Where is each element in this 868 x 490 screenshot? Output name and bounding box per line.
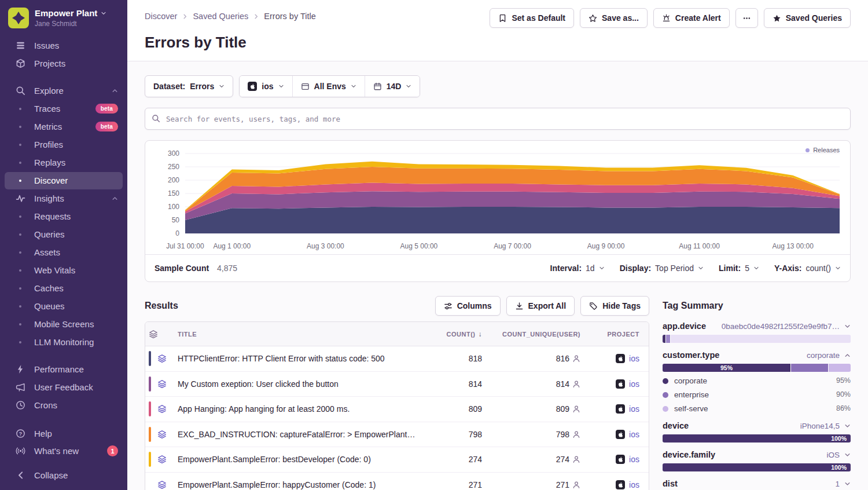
create-alert-button[interactable]: Create Alert (653, 8, 730, 28)
sidebar-collapse-button[interactable]: Collapse (5, 467, 123, 484)
tag-section-customer-type: customer.type corporate 95% corporate 95… (663, 350, 851, 414)
table-row[interactable]: My Custom exeption: User clicked the but… (145, 372, 649, 397)
svg-text:Jul 31 00:00: Jul 31 00:00 (166, 242, 204, 250)
results-column: Results Columns Export All Hide Tags TIT… (145, 296, 649, 490)
table-row[interactable]: HTTPClientError: HTTP Client Error with … (145, 346, 649, 372)
breadcrumb-discover[interactable]: Discover (145, 12, 177, 21)
sidebar-item-user-feedback[interactable]: User Feedback (5, 379, 123, 396)
sidebar-section-explore[interactable]: Explore (5, 82, 123, 100)
dataset-select[interactable]: Dataset: Errors (145, 75, 233, 97)
sidebar-item-traces[interactable]: Tracesbeta (5, 100, 123, 118)
table-row[interactable]: EmpowerPlant.SampleError: bestDeveloper … (145, 447, 649, 473)
bullet-dot (19, 108, 21, 110)
hide-tags-button[interactable]: Hide Tags (580, 296, 649, 316)
export-all-button[interactable]: Export All (506, 296, 575, 316)
error-title[interactable]: EXC_BAD_INSTRUCTION: captureFatalError: … (178, 430, 423, 439)
series-color-chip (149, 427, 151, 442)
column-header-count[interactable]: COUNT()↓ (423, 330, 487, 338)
interval-select[interactable]: Interval: 1d (550, 264, 605, 273)
count-unique-value: 274 (487, 455, 585, 464)
tag-legend-item[interactable]: corporate 95% (663, 376, 851, 386)
org-switcher[interactable]: Empower Plant Jane Schmidt (0, 0, 127, 34)
sidebar-item-profiles[interactable]: Profiles (5, 136, 123, 153)
search-input[interactable] (145, 108, 851, 130)
stacked-area-chart[interactable]: Releases 050100150200250300Jul 31 00:00A… (145, 141, 850, 254)
sidebar-item-web-vitals[interactable]: Web Vitals (5, 262, 123, 279)
tag-section-toggle[interactable]: dist 1 (663, 479, 851, 488)
table-row[interactable]: EmpowerPlant.SampleError: happyCustomer … (145, 473, 649, 490)
error-title[interactable]: EmpowerPlant.SampleError: bestDeveloper … (178, 455, 423, 464)
project-cell[interactable]: ios (585, 480, 649, 489)
tag-section-toggle[interactable]: customer.type corporate (663, 350, 851, 360)
table-row[interactable]: App Hanging: App hanging for at least 20… (145, 397, 649, 422)
download-icon (515, 302, 524, 310)
results-table: TITLE COUNT()↓ COUNT_UNIQUE(USER) PROJEC… (145, 321, 649, 490)
set-default-button[interactable]: Set as Default (490, 8, 574, 28)
project-cell[interactable]: ios (585, 455, 649, 464)
search-bar (145, 108, 851, 130)
tag-distribution-bar[interactable] (663, 335, 851, 343)
broadcast-icon (16, 446, 25, 456)
date-range-select[interactable]: 14D (365, 76, 420, 97)
yaxis-select[interactable]: Y-Axis: count() (774, 264, 841, 273)
columns-button[interactable]: Columns (435, 296, 501, 316)
tag-distribution-bar[interactable]: 100% (663, 434, 851, 443)
tag-legend-item[interactable]: enterprise 90% (663, 390, 851, 400)
sidebar-item-replays[interactable]: Replays (5, 154, 123, 171)
apple-icon (248, 82, 257, 91)
star-icon (589, 14, 597, 23)
sidebar-item-llm-monitoring[interactable]: LLM Monitoring (5, 334, 123, 351)
sidebar-item-whats-new[interactable]: What's new1 (5, 443, 123, 460)
sidebar-item-metrics[interactable]: Metricsbeta (5, 118, 123, 136)
project-select[interactable]: ios (240, 76, 292, 97)
table-row[interactable]: EXC_BAD_INSTRUCTION: captureFatalError: … (145, 422, 649, 448)
sidebar-item-queues[interactable]: Queues (5, 298, 123, 315)
error-title[interactable]: My Custom exeption: User clicked the but… (178, 379, 423, 389)
chart-canvas[interactable]: 050100150200250300Jul 31 00:00Aug 1 00:0… (153, 147, 842, 253)
sidebar-section-insights[interactable]: Insights (5, 190, 123, 207)
breadcrumb-saved-queries[interactable]: Saved Queries (193, 12, 248, 21)
tag-distribution-bar[interactable]: 100% (663, 463, 851, 471)
error-title[interactable]: App Hanging: App hanging for at least 20… (178, 404, 423, 414)
column-header-project[interactable]: PROJECT (585, 331, 649, 338)
releases-legend-dot (806, 148, 810, 152)
sidebar-item-help[interactable]: Help (5, 425, 123, 442)
svg-text:Aug 9 00:00: Aug 9 00:00 (587, 242, 625, 250)
project-cell[interactable]: ios (585, 379, 649, 389)
tag-section-toggle[interactable]: device.family iOS (663, 450, 851, 459)
star-filled-icon (773, 14, 781, 23)
sidebar-item-projects[interactable]: Projects (5, 55, 123, 72)
tag-section-device: device iPhone14,5 100% (663, 421, 851, 443)
environment-select[interactable]: All Envs (292, 76, 365, 97)
sidebar-item-assets[interactable]: Assets (5, 244, 123, 261)
column-header-count-unique[interactable]: COUNT_UNIQUE(USER) (487, 331, 585, 338)
sidebar-item-performance[interactable]: Performance (5, 361, 123, 378)
chart-legend[interactable]: Releases (806, 147, 840, 153)
project-cell[interactable]: ios (585, 430, 649, 439)
error-title[interactable]: EmpowerPlant.SampleError: happyCustomer … (178, 480, 423, 489)
tag-section-toggle[interactable]: app.device 0baebc0de4982f1255f2e9e9fb7… (663, 321, 851, 331)
chevron-down-icon (101, 10, 106, 16)
bullet-dot (19, 323, 21, 326)
tag-section-toggle[interactable]: device iPhone14,5 (663, 421, 851, 430)
sidebar-item-crons[interactable]: Crons (5, 397, 123, 414)
more-button[interactable] (735, 8, 758, 28)
tag-legend-item[interactable]: self-serve 86% (663, 404, 851, 414)
tag-icon (589, 302, 598, 310)
save-as-button[interactable]: Save as... (580, 8, 648, 28)
tag-distribution-bar[interactable]: 95% (663, 364, 851, 372)
project-cell[interactable]: ios (585, 354, 649, 363)
display-select[interactable]: Display: Top Period (620, 264, 704, 273)
sidebar-item-queries[interactable]: Queries (5, 226, 123, 243)
limit-select[interactable]: Limit: 5 (719, 264, 759, 273)
sidebar-item-caches[interactable]: Caches (5, 280, 123, 297)
saved-queries-button[interactable]: Saved Queries (764, 8, 851, 28)
sidebar-item-issues[interactable]: Issues (5, 37, 123, 54)
chevron-down-icon (278, 83, 284, 89)
error-title[interactable]: HTTPClientError: HTTP Client Error with … (178, 354, 423, 363)
column-header-title[interactable]: TITLE (178, 331, 423, 338)
sidebar-item-mobile-screens[interactable]: Mobile Screens (5, 316, 123, 333)
sidebar-item-discover[interactable]: Discover (5, 172, 123, 189)
project-cell[interactable]: ios (585, 404, 649, 414)
sidebar-item-requests[interactable]: Requests (5, 208, 123, 225)
